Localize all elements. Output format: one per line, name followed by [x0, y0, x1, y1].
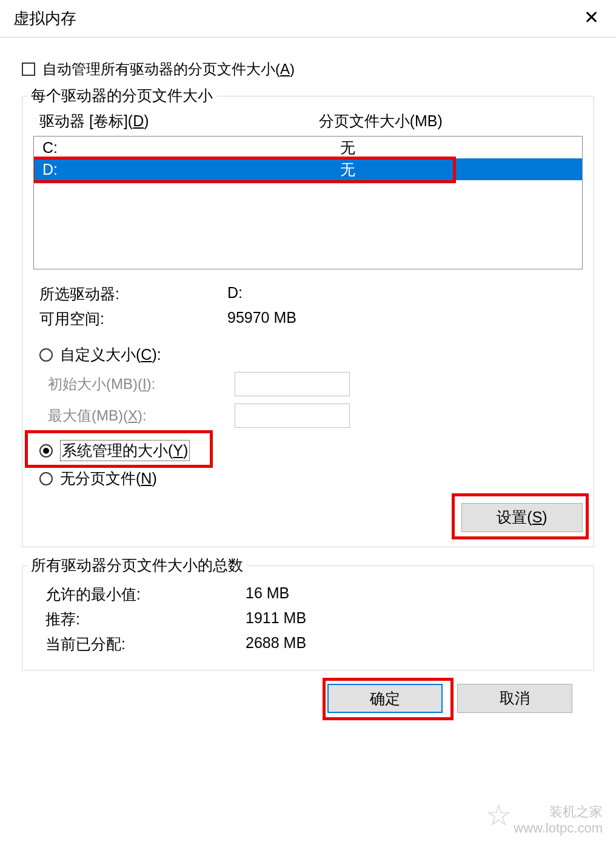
free-space-row: 可用空间: 95970 MB — [33, 306, 583, 331]
selected-drive-value: D: — [227, 284, 243, 304]
free-space-value: 95970 MB — [227, 309, 296, 329]
auto-manage-label: 自动管理所有驱动器的分页文件大小(A) — [42, 59, 295, 79]
max-size-row: 最大值(MB)(X): — [33, 400, 583, 431]
no-paging-radio[interactable]: 无分页文件(N) — [33, 465, 583, 492]
radio-icon — [39, 472, 53, 485]
per-drive-group: 每个驱动器的分页文件大小 驱动器 [卷标](D) 分页文件大小(MB) C: 无… — [22, 96, 594, 547]
system-managed-radio[interactable]: 系统管理的大小(Y) — [33, 436, 583, 465]
selected-drive-row: 所选驱动器: D: — [33, 282, 583, 306]
max-size-label: 最大值(MB)(X): — [48, 406, 230, 425]
totals-legend: 所有驱动器分页文件大小的总数 — [27, 555, 247, 575]
min-row: 允许的最小值: 16 MB — [39, 582, 583, 607]
dialog-content: 自动管理所有驱动器的分页文件大小(A) 每个驱动器的分页文件大小 驱动器 [卷标… — [0, 38, 616, 713]
star-icon: ☆ — [486, 798, 512, 833]
system-managed-label: 系统管理的大小(Y) — [60, 440, 190, 461]
watermark-line1: 装机之家 — [514, 804, 603, 820]
dialog-footer: 确定 取消 — [22, 670, 594, 713]
max-size-input[interactable] — [235, 404, 350, 428]
window-title: 虚拟内存 — [13, 8, 76, 29]
checkbox-icon — [22, 62, 35, 76]
list-item[interactable]: C: 无 — [34, 137, 582, 158]
col-size-header: 分页文件大小(MB) — [319, 111, 577, 131]
cur-label: 当前已分配: — [45, 634, 246, 654]
cur-row: 当前已分配: 2688 MB — [39, 632, 583, 657]
selected-drive-label: 所选驱动器: — [39, 284, 227, 304]
auto-manage-checkbox[interactable]: 自动管理所有驱动器的分页文件大小(A) — [22, 59, 594, 79]
set-button[interactable]: 设置(S) — [461, 503, 583, 532]
watermark-line2: www.lotpc.com — [514, 820, 603, 836]
initial-size-label: 初始大小(MB)(I): — [48, 374, 230, 394]
col-drive-header: 驱动器 [卷标](D) — [39, 111, 319, 131]
drive-list[interactable]: C: 无 D: 无 — [33, 136, 583, 269]
no-paging-label: 无分页文件(N) — [60, 468, 157, 488]
watermark: ☆ 装机之家 www.lotpc.com — [514, 804, 603, 836]
min-value: 16 MB — [246, 584, 289, 604]
custom-size-label: 自定义大小(C): — [60, 345, 161, 365]
title-bar: 虚拟内存 ✕ — [0, 0, 616, 38]
radio-icon — [39, 348, 53, 362]
cancel-button[interactable]: 取消 — [457, 684, 572, 713]
free-space-label: 可用空间: — [39, 309, 227, 329]
radio-icon — [39, 444, 53, 458]
rec-label: 推荐: — [45, 609, 246, 629]
list-item[interactable]: D: 无 — [34, 158, 582, 180]
rec-row: 推荐: 1911 MB — [39, 607, 583, 632]
close-icon[interactable]: ✕ — [577, 5, 605, 33]
initial-size-row: 初始大小(MB)(I): — [33, 368, 583, 400]
drive-list-headers: 驱动器 [卷标](D) 分页文件大小(MB) — [33, 111, 583, 136]
rec-value: 1911 MB — [246, 609, 306, 629]
ok-button[interactable]: 确定 — [327, 684, 443, 713]
initial-size-input[interactable] — [235, 372, 350, 396]
min-label: 允许的最小值: — [45, 584, 246, 604]
cur-value: 2688 MB — [246, 634, 306, 654]
per-drive-legend: 每个驱动器的分页文件大小 — [27, 86, 216, 106]
custom-size-radio[interactable]: 自定义大小(C): — [33, 341, 583, 368]
totals-group: 所有驱动器分页文件大小的总数 允许的最小值: 16 MB 推荐: 1911 MB… — [22, 566, 594, 670]
